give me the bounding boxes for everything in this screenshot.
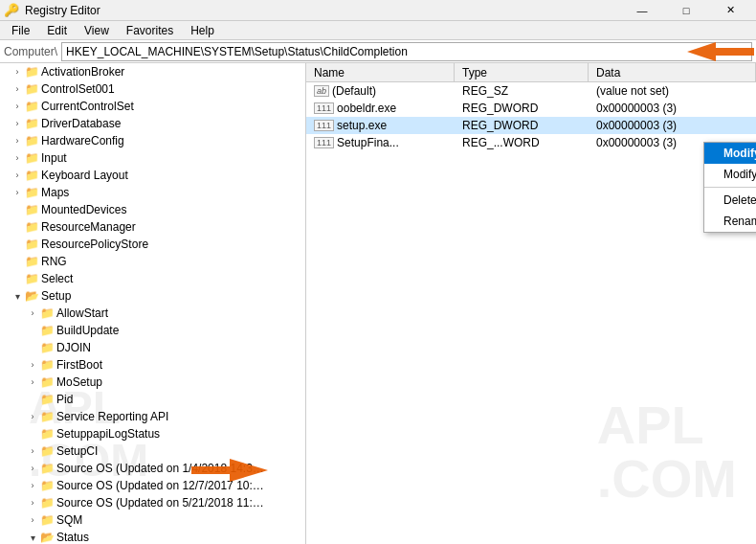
tree-item-resourcemanager[interactable]: › 📁 ResourceManager: [0, 218, 305, 236]
menubar: File Edit View Favorites Help: [0, 21, 756, 40]
tree-panel[interactable]: APL.COM › 📁 ActivationBroker › 📁 Control…: [0, 63, 306, 544]
watermark-right: APL.COM: [597, 398, 737, 506]
ctx-delete[interactable]: Delete: [704, 190, 756, 211]
tree-item-setuppapologstatus[interactable]: › 📁 SetuppapiLogStatus: [0, 425, 305, 442]
col-type: Type: [455, 63, 589, 81]
titlebar: 🔑 Registry Editor — □ ✕: [0, 0, 756, 21]
tree-item-input[interactable]: › 📁 Input: [0, 149, 305, 167]
ctx-modify-binary[interactable]: Modify Binary Data...: [704, 164, 756, 185]
col-name: Name: [306, 63, 455, 81]
reg-name: setup.exe: [337, 119, 387, 132]
folder-icon: 📁: [40, 428, 54, 440]
tree-item-resourcepolicystore[interactable]: › 📁 ResourcePolicyStore: [0, 236, 305, 253]
expand-icon: ›: [27, 445, 38, 457]
reg-row-setupfina[interactable]: 111 SetupFina... REG_...WORD 0x00000003 …: [306, 134, 756, 151]
tree-item-source-os-3[interactable]: › 📁 Source OS (Updated on 5/21/2018 11:4…: [0, 494, 305, 511]
folder-icon: 📁: [25, 187, 38, 198]
tree-label: FirstBoot: [56, 358, 102, 372]
reg-row-setupexe[interactable]: 111 setup.exe REG_DWORD 0x00000003 (3): [306, 117, 756, 134]
tree-label: Select: [41, 272, 73, 285]
tree-item-pid[interactable]: › 📁 Pid: [0, 391, 305, 408]
folder-icon: 📁: [25, 101, 38, 112]
reg-data: 0x00000003 (3): [589, 119, 756, 132]
tree-item-mosetup[interactable]: › 📁 MoSetup: [0, 374, 305, 391]
expand-icon: ›: [27, 376, 38, 388]
tree-item-select[interactable]: › 📁 Select: [0, 270, 305, 287]
reg-icon-dword: 111: [314, 102, 334, 114]
reg-type: REG_DWORD: [455, 102, 589, 115]
tree-item-controlset001[interactable]: › 📁 ControlSet001: [0, 80, 305, 98]
tree-label: RNG: [41, 255, 67, 268]
tree-item-driverdatabase[interactable]: › 📁 DriverDatabase: [0, 115, 305, 132]
expand-icon: ›: [11, 118, 23, 129]
tree-item-firstboot[interactable]: › 📁 FirstBoot: [0, 356, 305, 374]
folder-icon: 📁: [40, 497, 54, 509]
expand-icon: ›: [27, 480, 38, 491]
reg-type: REG_DWORD: [455, 119, 589, 132]
tree-label: ResourcePolicyStore: [41, 238, 148, 251]
folder-icon: 📁: [25, 135, 38, 147]
tree-label: Source OS (Updated on 1/4/2018 14:31:4: [56, 462, 267, 475]
addressbar: Computer\: [0, 40, 756, 63]
menu-file[interactable]: File: [4, 22, 37, 39]
tree-item-djoin[interactable]: › 📁 DJOIN: [0, 339, 305, 356]
reg-row-default[interactable]: ab (Default) REG_SZ (value not set): [306, 82, 756, 100]
tree-item-activationbroker[interactable]: › 📁 ActivationBroker: [0, 63, 305, 80]
tree-item-mounteddevices[interactable]: › 📁 MountedDevices: [0, 201, 305, 218]
tree-item-currentcontrolset[interactable]: › 📁 CurrentControlSet: [0, 98, 305, 115]
reg-type: REG_...WORD: [455, 136, 589, 149]
folder-icon: 📁: [40, 342, 54, 353]
expand-icon: ›: [11, 187, 23, 198]
expand-icon: ▾: [27, 532, 38, 543]
folder-icon: 📂: [40, 532, 54, 543]
tree-label: MountedDevices: [41, 203, 126, 216]
expand-icon: ›: [27, 411, 38, 422]
tree-item-buildupdate[interactable]: › 📁 BuildUpdate: [0, 322, 305, 339]
reg-row-oobeldr[interactable]: 111 oobeldr.exe REG_DWORD 0x00000003 (3): [306, 100, 756, 117]
folder-icon: 📁: [40, 359, 54, 371]
tree-item-hardwareconfig[interactable]: › 📁 HardwareConfig: [0, 132, 305, 149]
reg-name: (Default): [332, 84, 376, 98]
close-button[interactable]: ✕: [708, 0, 752, 21]
expand-icon: ›: [11, 170, 23, 181]
tree-item-keyboardlayout[interactable]: › 📁 Keyboard Layout: [0, 167, 305, 184]
reg-icon-dword2: 111: [314, 120, 334, 131]
folder-icon: 📁: [25, 66, 38, 78]
folder-icon: 📁: [25, 273, 38, 284]
menu-help[interactable]: Help: [183, 22, 222, 39]
tree-item-setupci[interactable]: › 📁 SetupCI: [0, 442, 305, 460]
tree-label: SetupCI: [56, 444, 98, 458]
reg-icon-ab: ab: [314, 85, 329, 97]
folder-icon: 📁: [40, 394, 54, 405]
tree-item-setup[interactable]: ▾ 📂 Setup: [0, 287, 305, 305]
folder-icon: 📁: [25, 118, 38, 129]
maximize-button[interactable]: □: [664, 0, 708, 21]
tree-item-allowstart[interactable]: › 📁 AllowStart: [0, 305, 305, 322]
tree-item-status[interactable]: ▾ 📂 Status: [0, 529, 305, 544]
tree-item-sqm[interactable]: › 📁 SQM: [0, 511, 305, 529]
app-title: Registry Editor: [25, 4, 100, 17]
folder-icon: 📁: [40, 376, 54, 388]
ctx-rename[interactable]: Rename: [704, 211, 756, 232]
tree-label: DriverDatabase: [41, 117, 121, 130]
tree-label: MoSetup: [56, 375, 102, 389]
expand-icon: ›: [11, 83, 23, 95]
tree-label: Setup: [41, 289, 71, 303]
tree-item-servicereportingapi[interactable]: › 📁 Service Reporting API: [0, 408, 305, 425]
menu-view[interactable]: View: [77, 22, 117, 39]
reg-data: (value not set): [589, 84, 756, 98]
tree-item-rng[interactable]: › 📁 RNG: [0, 253, 305, 270]
address-input[interactable]: [61, 42, 752, 61]
tree-item-maps[interactable]: › 📁 Maps: [0, 184, 305, 201]
folder-icon: 📁: [40, 411, 54, 422]
menu-edit[interactable]: Edit: [39, 22, 75, 39]
minimize-button[interactable]: —: [620, 0, 664, 21]
ctx-modify[interactable]: Modify...: [704, 143, 756, 164]
tree-label: Input: [41, 151, 67, 165]
folder-icon: 📁: [40, 307, 54, 319]
address-arrow: [687, 40, 754, 63]
menu-favorites[interactable]: Favorites: [119, 22, 181, 39]
tree-item-source-os-2[interactable]: › 📁 Source OS (Updated on 12/7/2017 10:4…: [0, 477, 305, 494]
tree-label: Keyboard Layout: [41, 169, 128, 182]
tree-item-source-os-1[interactable]: › 📁 Source OS (Updated on 1/4/2018 14:31…: [0, 460, 305, 477]
